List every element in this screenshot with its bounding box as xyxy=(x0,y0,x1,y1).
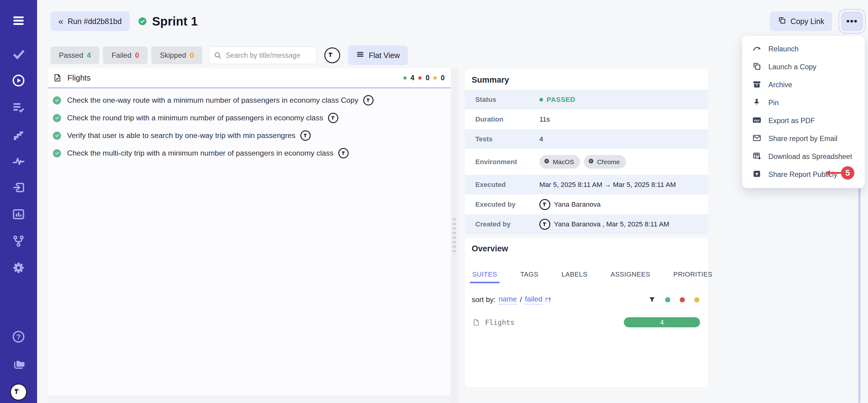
test-assignee-avatar[interactable] xyxy=(338,148,349,159)
overview-suite-row[interactable]: Flights 4 xyxy=(472,317,700,327)
executed-value: Mar 5, 2025 8:11 AM → Mar 5, 2025 8:11 A… xyxy=(539,181,676,189)
suite-header[interactable]: Flights 4 0 0 xyxy=(48,68,451,88)
environment-chip-chrome[interactable]: Chrome xyxy=(584,155,626,169)
tests-label: Tests xyxy=(465,135,539,143)
summary-card: Summary Status PASSED Duration 11s Tests… xyxy=(465,69,708,234)
resizer-grip-icon xyxy=(452,217,456,255)
testomat-avatar-icon xyxy=(327,51,337,60)
pdf-icon: PDF xyxy=(752,115,762,126)
search-icon xyxy=(214,51,222,59)
suite-passed-count: 4 xyxy=(411,74,414,82)
environment-chip-macos[interactable]: MacOS xyxy=(539,155,580,169)
flat-view-icon xyxy=(356,50,365,60)
failed-dot-icon xyxy=(418,76,422,80)
summary-row-duration: Duration 11s xyxy=(465,109,708,129)
more-actions-button[interactable]: ••• xyxy=(841,11,863,31)
menu-item-label: Launch a Copy xyxy=(768,63,816,71)
sidebar-item-analytics[interactable] xyxy=(11,208,26,222)
tutorial-step-badge: 5 xyxy=(841,166,854,180)
menu-item-share-report-by-email[interactable]: Share report by Email xyxy=(742,130,865,148)
assignee-filter-avatar[interactable] xyxy=(324,48,340,63)
sidebar-item-steps[interactable] xyxy=(11,127,26,141)
copy-link-label: Copy Link xyxy=(790,17,824,26)
tab-priorities[interactable]: PRIORITIES xyxy=(673,270,713,283)
summary-row-tests: Tests 4 xyxy=(465,129,708,149)
sidebar-item-settings[interactable] xyxy=(11,261,26,275)
status-label: Status xyxy=(465,96,539,104)
test-assignee-avatar[interactable] xyxy=(300,131,311,141)
legend-passed-dot-icon[interactable] xyxy=(665,297,670,303)
test-row[interactable]: Check the multi-city trip with a minimum… xyxy=(48,144,451,162)
sidebar-item-branches[interactable] xyxy=(11,234,26,248)
test-assignee-avatar[interactable] xyxy=(328,113,338,123)
test-assignee-avatar[interactable] xyxy=(363,95,374,106)
duration-value: 11s xyxy=(539,115,550,123)
summary-row-executed: Executed Mar 5, 2025 8:11 AM → Mar 5, 20… xyxy=(465,175,708,195)
menu-item-export-as-pdf[interactable]: PDF Export as PDF xyxy=(742,112,865,130)
overview-card: Overview SUITES TAGS LABELS ASSIGNEES PR… xyxy=(465,238,708,387)
email-icon xyxy=(752,134,762,144)
sidebar-item-help[interactable]: ? xyxy=(11,330,26,344)
skipped-dot-icon xyxy=(433,76,437,80)
flat-view-button[interactable]: Flat View xyxy=(348,46,408,65)
tab-labels[interactable]: LABELS xyxy=(561,270,588,283)
folders-icon xyxy=(11,356,26,371)
copy-link-button[interactable]: Copy Link xyxy=(770,11,832,31)
legend-failed-dot-icon[interactable] xyxy=(680,297,685,303)
app-root: ? « Run #dd2b81bd Sprint 1 Copy Link ••• xyxy=(0,0,868,403)
test-title: Check the round trip with a minimum numb… xyxy=(67,114,323,122)
filter-passed-button[interactable]: Passed 4 xyxy=(51,47,99,64)
page-header: « Run #dd2b81bd Sprint 1 Copy Link ••• xyxy=(48,10,868,32)
test-passed-icon xyxy=(53,96,61,105)
user-avatar xyxy=(539,199,550,210)
duration-label: Duration xyxy=(465,115,539,123)
sidebar-item-checks[interactable] xyxy=(11,47,26,61)
menu-item-launch-a-copy[interactable]: Launch a Copy xyxy=(742,58,865,76)
panel-resizer[interactable] xyxy=(451,68,458,403)
sort-ascending-icon[interactable] xyxy=(544,296,552,304)
back-to-run-button[interactable]: « Run #dd2b81bd xyxy=(51,11,130,31)
menu-item-archive[interactable]: Archive xyxy=(742,76,865,94)
test-passed-icon xyxy=(53,132,61,140)
sidebar-item-runs[interactable] xyxy=(11,74,26,88)
test-row[interactable]: Check the round trip with a minimum numb… xyxy=(48,109,451,127)
tab-suites[interactable]: SUITES xyxy=(472,270,498,283)
filter-failed-button[interactable]: Failed 0 xyxy=(103,47,148,64)
overview-tabs: SUITES TAGS LABELS ASSIGNEES PRIORITIES xyxy=(472,270,701,283)
sidebar-item-projects[interactable] xyxy=(11,357,26,371)
summary-row-executed-by: Executed by Yana Baranova xyxy=(465,195,708,214)
filter-skipped-button[interactable]: Skipped 0 xyxy=(151,47,202,64)
overview-heading: Overview xyxy=(465,238,708,258)
menu-item-label: Pin xyxy=(768,99,779,107)
suite-document-icon xyxy=(53,73,62,82)
sidebar: ? xyxy=(0,0,37,403)
tests-value: 4 xyxy=(539,135,543,143)
menu-item-relaunch[interactable]: Relaunch xyxy=(742,40,865,58)
chevrons-left-icon: « xyxy=(58,17,63,26)
tab-tags[interactable]: TAGS xyxy=(520,270,539,283)
test-row[interactable]: Check the one-way route with a minimum n… xyxy=(48,91,451,109)
menu-item-pin[interactable]: Pin xyxy=(742,94,865,112)
sidebar-item-menu[interactable] xyxy=(11,14,26,28)
search-input[interactable] xyxy=(209,47,316,64)
menu-item-download-as-spreadsheet[interactable]: Download as Spreadsheet xyxy=(742,148,865,166)
sort-by-failed-link[interactable]: failed xyxy=(525,295,542,305)
status-legend xyxy=(648,296,700,303)
play-circle-icon xyxy=(11,74,26,88)
filter-funnel-icon[interactable] xyxy=(648,296,656,303)
sidebar-item-test-plans[interactable] xyxy=(11,100,26,115)
horizontal-scrollbar-track[interactable] xyxy=(48,396,451,403)
sort-by-label: sort by: xyxy=(472,295,496,304)
workspace-logo[interactable] xyxy=(10,383,27,401)
sidebar-item-import[interactable] xyxy=(11,181,26,195)
suite-passed-bar[interactable]: 4 xyxy=(624,317,700,327)
tab-assignees[interactable]: ASSIGNEES xyxy=(610,270,651,283)
executed-label: Executed xyxy=(465,181,539,189)
sidebar-item-pulse[interactable] xyxy=(11,154,26,168)
relaunch-icon xyxy=(752,44,762,55)
copy-icon xyxy=(752,62,762,73)
test-row[interactable]: Verify that user is able to search by on… xyxy=(48,127,451,144)
sort-by-name-link[interactable]: name xyxy=(499,295,517,305)
tutorial-annotation: 5 xyxy=(825,166,854,180)
legend-skipped-dot-icon[interactable] xyxy=(694,297,700,303)
